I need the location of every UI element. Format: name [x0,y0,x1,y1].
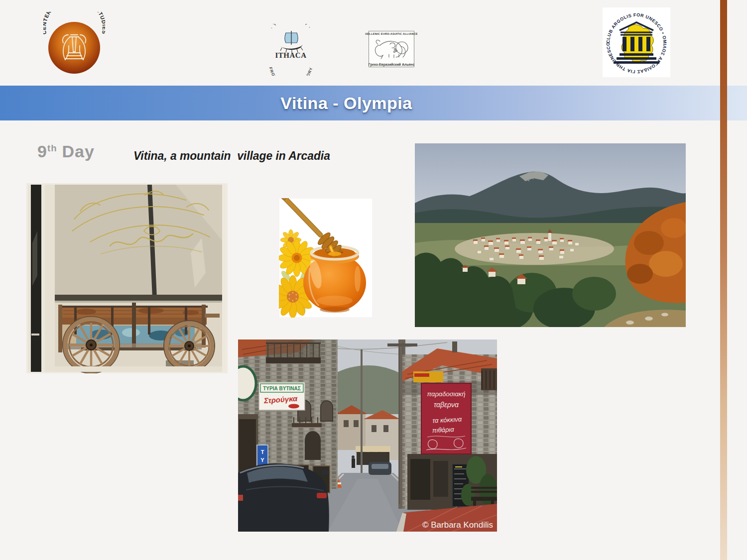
taverna-sign: παραδοσιακή ταβερνα τα κόκκινα πιθάρια [421,383,471,454]
slide-title: Vitina - Olympia [0,86,707,120]
cheese-shop-sign: ΤΥΡΙΑ ΒΥΤΙΝΑΣ Στρούγκα [259,382,305,410]
taverna-sign-line2: ταβερνα [434,401,459,409]
photo-caption: © Barbara Kondilis [422,520,493,530]
ithaca-ring-bottom: FROM MYTH TO HISTORY [268,67,314,76]
cart-photo [26,183,228,373]
bull-icon [370,38,413,60]
day-heading: 9thDay [37,142,95,161]
street-photo: ΤΥΡΙΑ ΒΥΤΙΝΑΣ Στρούγκα ΤΥΡΙΑ [238,339,497,532]
ithaca-ring-top: · THE JOURNEY · [269,24,312,30]
taverna-sign-line4: πιθάρια [432,426,454,434]
logo-circle [48,22,100,74]
cart-right-wheel [164,321,215,371]
taverna-sign-line3: τα κόκκινα [432,415,462,424]
day-word: Day [62,142,95,161]
mycenaean-studies-logo: CENTER OF MYCENAEAN STUDIES [43,12,105,76]
alliance-subtitle: Греко-Евразийский Альянс [369,63,414,66]
dark-door-panel [28,185,45,372]
cart-left-wheel [63,317,120,373]
title-banner: Vitina - Olympia [0,86,747,120]
euro-asiatic-alliance-logo: HELLENIC EURO-ASIATIC ALLIANCE Греко-Евр… [369,31,414,67]
foreground-car [238,463,329,532]
alliance-title: HELLENIC EURO-ASIATIC ALLIANCE [365,32,417,35]
ithaca-logo: ITHACA · THE JOURNEY · FROM MYTH TO HIST… [262,24,320,76]
slide: CENTER OF MYCENAEAN STUDIES ITHACA · THE… [0,0,747,560]
oval-shop-sign [238,366,256,400]
cheese-sign-text: ΤΥΡΙΑ ΒΥΤΙΝΑΣ [263,386,300,391]
honey-photo [279,198,373,318]
distant-car [369,462,391,475]
honey-jar [303,246,366,313]
subtitle: Vitina, a mountain village in Arcadia [133,149,330,163]
day-ordinal-suffix: th [47,143,57,153]
day-number: 9 [37,142,47,161]
ithaca-name: ITHACA [275,51,306,59]
club-argolis-unesco-logo: CLUB ARGOLIS FOR UNESCO • ΟΜΙΛΟΣ ΑΡΓΟΛΙΔ… [603,7,670,77]
taverna-sign-line1: παραδοσιακή [427,390,465,398]
accent-stripe [720,0,727,560]
ship-icon [280,31,303,53]
panorama-photo [415,143,686,327]
